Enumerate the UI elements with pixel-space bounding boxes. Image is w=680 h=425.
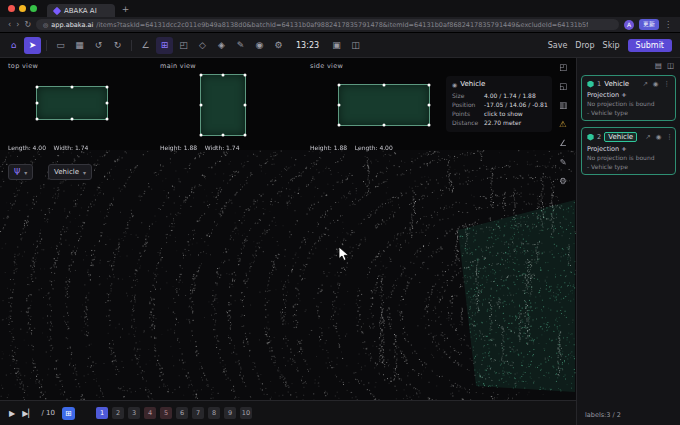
box-handle[interactable] [428, 104, 431, 107]
back-icon[interactable]: ‹ [8, 21, 11, 29]
box-handle[interactable] [200, 134, 203, 137]
pencil-icon[interactable]: ✎ [556, 155, 570, 169]
new-tab-button[interactable]: + [122, 4, 130, 14]
angle-icon[interactable]: ∠ [556, 136, 570, 150]
more-icon[interactable]: ⋮ [664, 80, 671, 88]
polygon-tool-icon[interactable]: ◇ [194, 37, 211, 54]
class-dropdown[interactable]: Vehicle ▾ [48, 164, 92, 180]
home-icon[interactable]: ⌂ [5, 37, 22, 54]
page-button-7[interactable]: 7 [192, 407, 204, 419]
box-handle[interactable] [338, 124, 341, 127]
box-handle[interactable] [244, 74, 247, 77]
page-button-5[interactable]: 5 [160, 407, 172, 419]
box-handle[interactable] [383, 124, 386, 127]
gear-icon[interactable]: ⚙ [556, 174, 570, 188]
window-zoom-button[interactable] [30, 5, 37, 12]
panel-toggle-icon[interactable]: ▣ [328, 37, 345, 54]
box-handle[interactable] [71, 86, 74, 89]
box-handle[interactable] [200, 74, 203, 77]
page-button-3[interactable]: 3 [128, 407, 140, 419]
frame-grid-button[interactable]: ⊞ [62, 407, 75, 420]
projection-row[interactable]: Projection + [587, 91, 670, 99]
box-handle[interactable] [106, 118, 109, 121]
box-handle[interactable] [338, 84, 341, 87]
collapse-icon[interactable]: ▤ [655, 61, 662, 70]
quad-view-icon[interactable]: ▦ [71, 37, 88, 54]
visibility-tool-icon[interactable]: ◉ [251, 37, 268, 54]
box-handle[interactable] [222, 74, 225, 77]
side-view-bounding-box[interactable] [338, 84, 430, 126]
box-handle[interactable] [200, 104, 203, 107]
box-handle[interactable] [36, 86, 39, 89]
profile-avatar[interactable]: A [624, 20, 634, 30]
measure-tool-icon[interactable]: ∠ [137, 37, 154, 54]
rect-tool-icon[interactable]: ▭ [52, 37, 69, 54]
forward-icon[interactable]: › [16, 21, 19, 29]
grid-tool-icon[interactable]: ⊞ [156, 37, 173, 54]
size-label: Size [452, 91, 484, 100]
browser-menu-icon[interactable]: ⋮ [664, 21, 672, 29]
play-button[interactable]: ▶ [9, 409, 15, 418]
settings-icon[interactable]: ⚙ [270, 37, 287, 54]
page-button-2[interactable]: 2 [112, 407, 124, 419]
window-close-button[interactable] [8, 5, 15, 12]
tag-tool-icon[interactable]: ◈ [213, 37, 230, 54]
box-handle[interactable] [244, 104, 247, 107]
rows-icon[interactable]: ▥ [556, 98, 570, 112]
tool-mode-dropdown[interactable]: Ψ ▾ [8, 164, 33, 180]
main-view-bounding-box[interactable] [200, 74, 246, 136]
draw-tool-icon[interactable]: ✎ [232, 37, 249, 54]
eye-icon[interactable]: ◉ [656, 133, 662, 141]
select-tool-icon[interactable]: ➤ [24, 37, 41, 54]
submit-button[interactable]: Submit [628, 39, 672, 52]
box-handle[interactable] [338, 104, 341, 107]
annotation-card-2[interactable]: 2 Vehicle ↗ ◉ ⋮ Projection + No projecti… [581, 127, 676, 175]
link-icon[interactable]: ↗ [642, 80, 647, 88]
page-button-6[interactable]: 6 [176, 407, 188, 419]
annotation-card-1[interactable]: 1 Vehicle ↗ ◉ ⋮ Projection + No projecti… [581, 75, 676, 121]
point-cloud-canvas[interactable] [0, 150, 576, 400]
window-minimize-button[interactable] [19, 5, 26, 12]
columns-icon[interactable]: ◫ [667, 61, 674, 70]
box-handle[interactable] [106, 102, 109, 105]
cube-icon[interactable]: ◰ [556, 60, 570, 74]
box-handle[interactable] [71, 118, 74, 121]
box-handle[interactable] [383, 84, 386, 87]
frame-navigation-bar: ▶ ▶▏ / 10 ⊞ 1 2 3 4 5 6 7 8 9 10 [0, 400, 576, 425]
redo-icon[interactable]: ↻ [109, 37, 126, 54]
undo-icon[interactable]: ↺ [90, 37, 107, 54]
points-value[interactable]: click to show [484, 109, 523, 118]
step-forward-button[interactable]: ▶▏ [22, 409, 34, 418]
page-button-4[interactable]: 4 [144, 407, 156, 419]
more-icon[interactable]: ⋮ [666, 133, 673, 141]
drop-button[interactable]: Drop [575, 41, 594, 50]
box-handle[interactable] [222, 134, 225, 137]
save-button[interactable]: Save [548, 41, 568, 50]
update-badge[interactable]: 更新 [639, 19, 659, 30]
box-handle[interactable] [106, 86, 109, 89]
box-handle[interactable] [244, 134, 247, 137]
page-button-1[interactable]: 1 [96, 407, 108, 419]
box-handle[interactable] [428, 124, 431, 127]
warning-icon[interactable]: ⚠ [556, 117, 570, 131]
cube-tool-icon[interactable]: ◰ [175, 37, 192, 54]
box-handle[interactable] [428, 84, 431, 87]
link-icon[interactable]: ↗ [645, 133, 650, 141]
annotation-label[interactable]: Vehicle [604, 80, 629, 88]
split-view-icon[interactable]: ◫ [347, 37, 364, 54]
address-bar[interactable]: ◎ app.abaka.ai /items?taskId=64131dcc2c0… [36, 19, 619, 30]
box-handle[interactable] [36, 118, 39, 121]
site-info-icon[interactable]: ◎ [43, 21, 48, 28]
eye-icon[interactable]: ◉ [653, 80, 659, 88]
layers-icon[interactable]: ◱ [556, 79, 570, 93]
page-button-9[interactable]: 9 [224, 407, 236, 419]
page-button-10[interactable]: 10 [240, 407, 252, 419]
skip-button[interactable]: Skip [603, 41, 620, 50]
box-handle[interactable] [36, 102, 39, 105]
browser-tab[interactable]: ABAKA AI [47, 4, 115, 17]
page-button-8[interactable]: 8 [208, 407, 220, 419]
projection-row[interactable]: Projection + [587, 145, 670, 153]
annotation-label[interactable]: Vehicle [604, 132, 637, 142]
reload-icon[interactable]: ↻ [24, 21, 31, 29]
top-view-bounding-box[interactable] [36, 86, 108, 120]
